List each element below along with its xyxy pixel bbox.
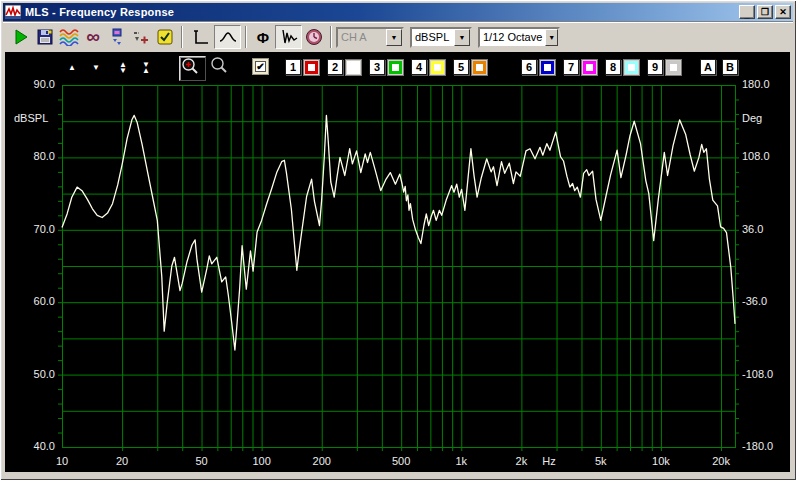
y-right-tick-label: -36.0 xyxy=(742,295,794,307)
x-tick-label: 100 xyxy=(252,455,270,467)
x-tick-label: 10 xyxy=(56,455,68,467)
units-value: dBSPL xyxy=(412,29,454,46)
x-tick-label: 1k xyxy=(455,455,467,467)
x-tick-label: 200 xyxy=(313,455,331,467)
save-button[interactable] xyxy=(33,25,57,49)
x-axis-unit-label: Hz xyxy=(542,455,555,467)
offset-icon xyxy=(132,28,150,46)
play-icon xyxy=(12,28,30,46)
mls-window: MLS - Frequency Response _ ❐ ✕ xyxy=(0,0,796,480)
y-right-tick-label: 180.0 xyxy=(742,78,794,90)
magnitude-curve-icon xyxy=(218,28,238,46)
clock-gauge-icon xyxy=(305,28,323,46)
chevron-down-icon[interactable]: ▼ xyxy=(454,29,470,46)
smoothing-combobox[interactable]: 1/12 Octave ▼ xyxy=(478,27,560,48)
chevron-down-icon[interactable]: ▼ xyxy=(386,29,402,46)
magnitude-response-button[interactable] xyxy=(214,25,241,49)
x-tick-label: 2k xyxy=(516,455,528,467)
x-tick-label: 50 xyxy=(195,455,207,467)
channel-combobox[interactable]: CH A ▼ xyxy=(336,27,404,48)
x-tick-label: 5k xyxy=(595,455,607,467)
toolbar-separator xyxy=(245,26,247,48)
options-checkbox-icon xyxy=(156,28,174,46)
overlay-curves-button[interactable] xyxy=(57,25,81,49)
y-right-axis-name: Deg xyxy=(742,112,762,124)
setup-options-button[interactable] xyxy=(153,25,177,49)
y-left-tick-label: 80.0 xyxy=(7,150,55,162)
y-left-tick-label: 40.0 xyxy=(7,440,55,452)
y-left-tick-label: 60.0 xyxy=(7,295,55,307)
impulse-response-button[interactable] xyxy=(187,25,214,49)
main-toolbar: ∞ xyxy=(3,21,793,52)
smoothing-value: 1/12 Octave xyxy=(480,29,545,46)
minimize-button[interactable]: _ xyxy=(739,5,755,19)
toolbar-separator xyxy=(181,26,183,48)
generator-icon xyxy=(109,28,125,46)
x-tick-label: 20 xyxy=(116,455,128,467)
y-right-tick-label: -180.0 xyxy=(742,440,794,452)
y-right-tick-label: 108.0 xyxy=(742,150,794,162)
frequency-response-plot[interactable] xyxy=(5,52,790,472)
x-tick-label: 10k xyxy=(652,455,670,467)
loop-measurement-button[interactable]: ∞ xyxy=(81,25,105,49)
y-left-axis-name: dBSPL xyxy=(14,112,48,124)
units-combobox[interactable]: dBSPL ▼ xyxy=(410,27,472,48)
magnitude-curve xyxy=(62,115,735,350)
offset-calibration-button[interactable] xyxy=(129,25,153,49)
chevron-down-icon[interactable]: ▼ xyxy=(545,29,558,46)
floppy-disk-icon xyxy=(36,28,54,46)
title-bar[interactable]: MLS - Frequency Response _ ❐ ✕ xyxy=(3,3,793,21)
y-left-tick-label: 50.0 xyxy=(7,368,55,380)
phase-phi-icon: Φ xyxy=(257,29,269,46)
infinity-icon: ∞ xyxy=(86,31,100,43)
phase-button[interactable]: Φ xyxy=(251,25,275,49)
y-right-tick-label: -108.0 xyxy=(742,368,794,380)
timer-gauge-button[interactable] xyxy=(302,25,326,49)
toolbar-separator xyxy=(330,26,332,48)
channel-value: CH A xyxy=(338,29,386,46)
colored-waves-icon xyxy=(59,28,79,46)
maximize-button[interactable]: ❐ xyxy=(757,5,773,19)
x-tick-label: 20k xyxy=(712,455,730,467)
decaying-wave-icon xyxy=(279,28,299,46)
y-left-tick-label: 90.0 xyxy=(7,78,55,90)
y-left-tick-label: 70.0 xyxy=(7,223,55,235)
plot-client-area: ▲ ▼ ▲ ▼ ▼ ▲ ✔ xyxy=(5,52,790,472)
y-right-tick-label: 36.0 xyxy=(742,223,794,235)
impulse-step-icon xyxy=(191,28,211,46)
window-title: MLS - Frequency Response xyxy=(25,6,737,18)
close-button[interactable]: ✕ xyxy=(775,5,791,19)
start-measurement-button[interactable] xyxy=(9,25,33,49)
decay-waterfall-button[interactable] xyxy=(275,25,302,49)
signal-generator-button[interactable] xyxy=(105,25,129,49)
x-tick-label: 500 xyxy=(392,455,410,467)
app-icon xyxy=(5,5,21,19)
